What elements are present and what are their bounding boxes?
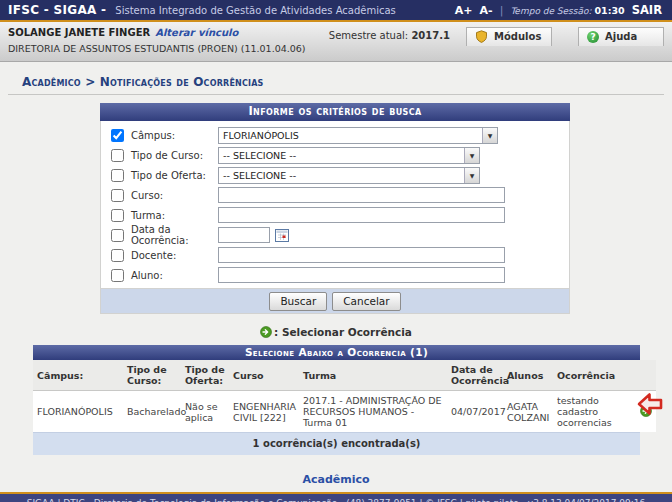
cancelar-button[interactable]: Cancelar	[332, 292, 400, 311]
tipo-curso-select-value: -- SELECIONE --	[219, 148, 464, 163]
col-tipo-oferta: Tipo de Oferta:	[181, 360, 229, 391]
aluno-checkbox[interactable]	[111, 269, 124, 282]
user-info: SOLANGE JANETE FINGERAlterar vínculo DIR…	[8, 26, 306, 55]
search-form-footer: Buscar Cancelar	[100, 289, 570, 314]
col-turma: Turma	[299, 360, 447, 391]
turma-label: Turma:	[131, 210, 218, 221]
help-button-label: Ajuda	[605, 31, 637, 42]
results-table-title: Selecione Abaixo a Ocorrencia (1)	[33, 345, 640, 360]
user-department: DIRETORIA DE ASSUNTOS ESTUDANTIS (PROEN)…	[8, 42, 306, 55]
legend-text: : Selecionar Ocorrência	[274, 326, 412, 338]
semester-label: Semestre atual:	[329, 30, 408, 41]
campus-select[interactable]: FLORIANÓPOLIS ▼	[218, 127, 498, 144]
cell-alunos: AGATA COLZANI	[503, 391, 553, 433]
tipo-oferta-label: Tipo de Oferta:	[131, 170, 218, 181]
campus-label: Câmpus:	[131, 130, 218, 141]
form-row-data-ocorrencia: Data da Ocorrência:	[101, 225, 569, 245]
breadcrumb: Acadêmico > Notificações de Ocorrências	[8, 72, 664, 95]
col-campus: Câmpus:	[33, 360, 123, 391]
chevron-down-icon: ▼	[464, 168, 479, 183]
question-icon: ?	[587, 31, 599, 43]
footer-bar: SIGAA | DTIC - Diretoria de Tecnologia d…	[0, 492, 672, 502]
tipo-curso-select[interactable]: -- SELECIONE -- ▼	[218, 147, 480, 164]
legend: : Selecionar Ocorrência	[0, 326, 672, 338]
cell-tipo-oferta: Não se aplica	[181, 391, 229, 433]
app-subtitle: Sistema Integrado de Gestão de Atividade…	[115, 5, 395, 16]
brand: IFSC - SIGAA - Sistema Integrado de Gest…	[8, 3, 396, 17]
red-left-arrow-icon	[636, 390, 664, 418]
tipo-curso-checkbox[interactable]	[111, 149, 124, 162]
topbar-controls: A+ A- | Tempo de Sessão: 01:30 SAIR	[455, 3, 662, 17]
docente-checkbox[interactable]	[111, 249, 124, 262]
tipo-oferta-checkbox[interactable]	[111, 169, 124, 182]
font-decrease-button[interactable]: A-	[480, 4, 493, 17]
tipo-oferta-select-value: -- SELECIONE --	[219, 168, 464, 183]
search-criteria-panel: Informe os critérios de busca Câmpus: FL…	[100, 103, 570, 314]
form-row-docente: Docente:	[101, 245, 569, 265]
form-row-aluno: Aluno:	[101, 265, 569, 285]
cell-data-ocorrencia: 04/07/2017	[447, 391, 503, 433]
campus-checkbox[interactable]	[111, 129, 124, 142]
form-row-curso: Curso:	[101, 185, 569, 205]
cell-curso: ENGENHARIA CIVIL [222]	[229, 391, 299, 433]
select-occurrence-icon	[260, 326, 272, 338]
curso-label: Curso:	[131, 190, 218, 201]
docente-input[interactable]	[218, 247, 505, 263]
user-bar-right: Semestre atual: 2017.1 Módulos ? Ajuda	[329, 26, 664, 55]
col-alunos: Alunos	[503, 360, 553, 391]
divider: |	[500, 4, 504, 17]
chevron-down-icon: ▼	[482, 128, 497, 143]
campus-select-value: FLORIANÓPOLIS	[219, 128, 482, 143]
sigaa-page: IFSC - SIGAA - Sistema Integrado de Gest…	[0, 0, 672, 502]
table-row: FLORIANÓPOLIS Bacharelado Não se aplica …	[33, 391, 656, 433]
semester-value: 2017.1	[411, 30, 450, 41]
curso-checkbox[interactable]	[111, 189, 124, 202]
results-panel: Selecione Abaixo a Ocorrencia (1) Câmpus…	[33, 345, 640, 455]
col-tipo-curso: Tipo de Curso:	[123, 360, 181, 391]
form-row-turma: Turma:	[101, 205, 569, 225]
col-actions	[636, 360, 656, 391]
search-form-body: Câmpus: FLORIANÓPOLIS ▼ Tipo de Curso: -…	[100, 121, 570, 289]
turma-input[interactable]	[218, 207, 505, 223]
modules-button[interactable]: Módulos	[466, 27, 552, 46]
change-bond-link[interactable]: Alterar vínculo	[155, 27, 238, 38]
aluno-input[interactable]	[218, 267, 505, 283]
academico-link[interactable]: Acadêmico	[302, 473, 369, 486]
data-ocorrencia-input[interactable]	[218, 227, 270, 243]
logout-button[interactable]: SAIR	[632, 3, 662, 17]
user-bar: SOLANGE JANETE FINGERAlterar vínculo DIR…	[0, 22, 672, 62]
cell-ocorrencia: testando cadastro ocorrencias	[553, 391, 636, 433]
help-button[interactable]: ? Ajuda	[578, 27, 664, 46]
tipo-oferta-select[interactable]: -- SELECIONE -- ▼	[218, 167, 480, 184]
font-increase-button[interactable]: A+	[455, 4, 473, 17]
footer-text: SIGAA | DTIC - Diretoria de Tecnologia d…	[27, 498, 646, 502]
search-panel-title: Informe os critérios de busca	[100, 103, 570, 121]
curso-input[interactable]	[218, 187, 505, 203]
topbar: IFSC - SIGAA - Sistema Integrado de Gest…	[0, 0, 672, 22]
results-count: 1 ocorrência(s) encontrada(s)	[33, 432, 640, 455]
cell-turma: 2017.1 - ADMINISTRAÇÃO DE RECURSOS HUMAN…	[299, 391, 447, 433]
docente-label: Docente:	[131, 250, 218, 261]
session-time: 01:30	[594, 5, 624, 16]
col-curso: Curso	[229, 360, 299, 391]
chevron-down-icon: ▼	[464, 148, 479, 163]
calendar-icon[interactable]	[275, 229, 289, 242]
session-label: Tempo de Sessão:	[510, 6, 591, 16]
module-link-row: Acadêmico	[0, 468, 672, 487]
session-timer: Tempo de Sessão: 01:30	[510, 5, 624, 16]
turma-checkbox[interactable]	[111, 209, 124, 222]
shield-icon	[475, 30, 488, 43]
results-table: Câmpus: Tipo de Curso: Tipo de Oferta: C…	[33, 360, 656, 432]
app-title: IFSC - SIGAA -	[8, 3, 106, 17]
col-data-ocorrencia: Data de Ocorrência	[447, 360, 503, 391]
results-header-row: Câmpus: Tipo de Curso: Tipo de Oferta: C…	[33, 360, 656, 391]
form-row-campus: Câmpus: FLORIANÓPOLIS ▼	[101, 125, 569, 145]
data-ocorrencia-checkbox[interactable]	[111, 229, 124, 242]
data-ocorrencia-label: Data da Ocorrência:	[131, 224, 218, 246]
cell-campus: FLORIANÓPOLIS	[33, 391, 123, 433]
user-name: SOLANGE JANETE FINGER	[8, 27, 150, 38]
modules-button-label: Módulos	[494, 31, 541, 42]
aluno-label: Aluno:	[131, 270, 218, 281]
buscar-button[interactable]: Buscar	[269, 292, 327, 311]
cell-tipo-curso: Bacharelado	[123, 391, 181, 433]
